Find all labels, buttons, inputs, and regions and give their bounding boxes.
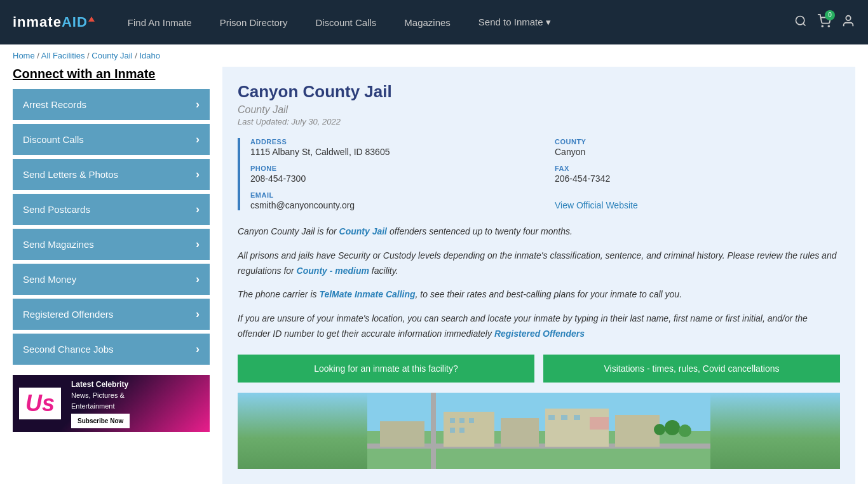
svg-rect-20 — [561, 415, 567, 420]
facility-updated: Last Updated: July 30, 2022 — [238, 117, 840, 126]
visitations-btn[interactable]: Visitations - times, rules, Covid cancel… — [543, 355, 840, 383]
sidebar-send-postcards[interactable]: Send Postcards › — [13, 194, 210, 225]
county-jail-link[interactable]: County Jail — [339, 226, 387, 236]
sidebar-send-money[interactable]: Send Money › — [13, 264, 210, 295]
svg-rect-14 — [450, 418, 455, 423]
sidebar-title: Connect with an Inmate — [13, 67, 210, 81]
svg-rect-10 — [501, 418, 539, 447]
sidebar-second-chance-jobs[interactable]: Second Chance Jobs › — [13, 334, 210, 365]
svg-rect-17 — [450, 428, 455, 433]
svg-rect-16 — [469, 418, 474, 423]
action-buttons: Looking for an inmate at this facility? … — [238, 355, 840, 383]
breadcrumb-county-jail[interactable]: County Jail — [92, 51, 132, 60]
sidebar: Connect with an Inmate Arrest Records › … — [13, 67, 210, 484]
facility-info-grid: ADDRESS 1115 Albany St, Caldwell, ID 836… — [238, 138, 840, 210]
fax-block: FAX 206-454-7342 — [555, 165, 840, 184]
svg-point-2 — [822, 25, 823, 27]
svg-point-4 — [846, 15, 850, 20]
svg-rect-15 — [459, 418, 465, 423]
nav-magazines[interactable]: Magazines — [390, 0, 465, 44]
svg-rect-13 — [380, 421, 424, 447]
desc-2: All prisons and jails have Security or C… — [238, 248, 840, 279]
main-layout: Connect with an Inmate Arrest Records › … — [0, 67, 868, 488]
svg-point-22 — [665, 420, 680, 435]
ad-subscribe-btn[interactable]: Subscribe Now — [71, 414, 130, 428]
sidebar-send-letters[interactable]: Send Letters & Photos › — [13, 159, 210, 190]
facility-title: Canyon County Jail — [238, 82, 840, 102]
cart-icon[interactable]: 0 — [817, 14, 831, 31]
facility-photo — [238, 393, 840, 469]
breadcrumb-all-facilities[interactable]: All Facilities — [41, 51, 85, 60]
arrow-icon: › — [196, 98, 200, 111]
header-icons: 0 — [794, 14, 855, 31]
svg-line-1 — [803, 23, 806, 25]
svg-point-24 — [654, 424, 665, 435]
arrow-icon: › — [196, 203, 200, 216]
breadcrumb-home[interactable]: Home — [13, 51, 35, 60]
official-website-link[interactable]: View Official Website — [555, 200, 638, 210]
email-block: EMAIL csmith@canyoncounty.org — [250, 191, 536, 210]
desc-3: The phone carrier is TelMate Inmate Call… — [238, 287, 840, 302]
logo[interactable]: inmateAID — [13, 14, 95, 30]
registered-offenders-link[interactable]: Registered Offenders — [494, 329, 585, 339]
nav-send-to-inmate[interactable]: Send to Inmate ▾ — [465, 0, 565, 44]
address-block: ADDRESS 1115 Albany St, Caldwell, ID 836… — [250, 138, 536, 157]
svg-rect-21 — [574, 415, 580, 420]
sidebar-arrest-records[interactable]: Arrest Records › — [13, 89, 210, 120]
svg-rect-18 — [459, 428, 465, 433]
svg-point-3 — [828, 25, 829, 27]
sidebar-discount-calls[interactable]: Discount Calls › — [13, 124, 210, 155]
site-header: inmateAID Find An Inmate Prison Director… — [0, 0, 868, 44]
nav-find-inmate[interactable]: Find An Inmate — [114, 0, 206, 44]
breadcrumb-idaho[interactable]: Idaho — [139, 51, 160, 60]
sidebar-ad[interactable]: Us Latest Celebrity News, Pictures & Ent… — [13, 375, 210, 432]
facility-content: Canyon County Jail County Jail Last Upda… — [222, 67, 855, 484]
arrow-icon: › — [196, 273, 200, 286]
svg-rect-8 — [431, 393, 436, 469]
svg-point-23 — [679, 424, 691, 437]
ad-logo: Us — [19, 388, 61, 419]
arrow-icon: › — [196, 342, 200, 356]
user-icon[interactable] — [841, 14, 855, 31]
website-block: View Official Website — [555, 191, 840, 210]
county-medium-link[interactable]: County - medium — [297, 266, 369, 276]
svg-rect-12 — [615, 415, 660, 447]
facility-subtitle: County Jail — [238, 104, 840, 116]
svg-rect-25 — [590, 417, 609, 430]
main-nav: Find An Inmate Prison Directory Discount… — [114, 0, 794, 44]
telmate-link[interactable]: TelMate Inmate Calling — [319, 289, 415, 299]
svg-rect-19 — [548, 415, 555, 420]
phone-block: PHONE 208-454-7300 — [250, 165, 536, 184]
nav-prison-directory[interactable]: Prison Directory — [206, 0, 302, 44]
nav-discount-calls[interactable]: Discount Calls — [301, 0, 390, 44]
arrow-icon: › — [196, 308, 200, 321]
sidebar-send-magazines[interactable]: Send Magazines › — [13, 229, 210, 260]
arrow-icon: › — [196, 168, 200, 181]
search-icon[interactable] — [794, 15, 807, 30]
county-block: COUNTY Canyon — [555, 138, 840, 157]
sidebar-registered-offenders[interactable]: Registered Offenders › — [13, 299, 210, 330]
desc-1: Canyon County Jail is for County Jail of… — [238, 224, 840, 240]
breadcrumb: Home / All Facilities / County Jail / Id… — [0, 44, 868, 67]
cart-badge: 0 — [825, 10, 835, 20]
arrow-icon: › — [196, 238, 200, 251]
svg-point-0 — [796, 16, 804, 24]
desc-4: If you are unsure of your inmate's locat… — [238, 311, 840, 342]
facility-description: Canyon County Jail is for County Jail of… — [238, 224, 840, 342]
arrow-icon: › — [196, 133, 200, 146]
find-inmate-btn[interactable]: Looking for an inmate at this facility? — [238, 355, 534, 383]
ad-text: Latest Celebrity News, Pictures & Entert… — [67, 375, 133, 432]
